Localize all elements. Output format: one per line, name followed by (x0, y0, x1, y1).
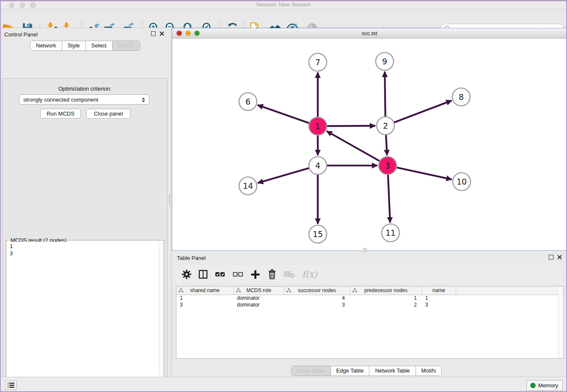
list-icon (8, 382, 14, 388)
node-3[interactable]: 3 (379, 157, 396, 174)
close-panel-icon[interactable] (160, 31, 164, 36)
svg-text:1: 1 (315, 121, 320, 131)
main-titlebar: Session: New Session (0, 0, 567, 9)
mcds-result-text[interactable]: 1 3 (7, 242, 158, 392)
memory-status-icon (530, 383, 536, 388)
show-columns-icon[interactable] (198, 270, 208, 279)
delete-column-icon[interactable] (267, 269, 277, 279)
control-panel: Control Panel NetworkStyleSelectMCDS Opt… (0, 28, 170, 378)
table-panel: Table Panel f(x) shared nameMCDS rolesuc… (172, 252, 567, 378)
mcds-panel: Optimization criterion: strongly connect… (2, 78, 168, 392)
svg-text:9: 9 (382, 57, 387, 66)
column-type-icon (286, 288, 291, 293)
svg-text:3: 3 (385, 161, 390, 170)
delete-table-disabled-icon (284, 270, 295, 279)
add-column-icon[interactable] (250, 270, 260, 279)
node-14[interactable]: 14 (239, 177, 257, 195)
table-row[interactable]: 3dominator323 (176, 301, 563, 308)
horizontal-splitter-handle[interactable] (363, 248, 367, 252)
network-view-window: scc.txt 7968124314101511 (172, 28, 567, 251)
tab-mcds[interactable]: MCDS (113, 41, 140, 50)
node-10[interactable]: 10 (453, 173, 471, 190)
svg-text:4: 4 (315, 161, 320, 170)
tab-style[interactable]: Style (62, 41, 86, 50)
mcds-result-groupbox: MCDS result (2 nodes) 1 3 (6, 240, 164, 392)
column-header-shared-name[interactable]: shared name (176, 287, 234, 295)
svg-text:2: 2 (383, 121, 388, 130)
main-toolbar (0, 9, 567, 28)
svg-text:7: 7 (315, 58, 320, 67)
edge-3-1[interactable] (327, 131, 388, 166)
select-all-icon[interactable] (215, 270, 226, 279)
float-table-panel-icon[interactable] (549, 255, 553, 259)
memory-label: Memory (538, 382, 558, 389)
memory-button[interactable]: Memory (526, 380, 563, 391)
optimization-criterion-label: Optimization criterion: (3, 86, 167, 92)
tab-node-table[interactable]: Node Table (292, 366, 331, 375)
network-window-title: scc.txt (172, 30, 567, 36)
close-panel-button[interactable]: Close panel (86, 109, 130, 119)
result-scrollbar[interactable] (159, 241, 163, 392)
network-window-titlebar[interactable]: scc.txt (172, 28, 567, 39)
svg-text:15: 15 (313, 229, 323, 239)
optimization-criterion-dropdown[interactable]: strongly connected component (19, 94, 149, 105)
node-6[interactable]: 6 (239, 93, 257, 110)
close-table-panel-icon[interactable] (557, 255, 562, 259)
network-canvas[interactable]: 7968124314101511 (172, 39, 567, 250)
edge-1-6[interactable] (258, 105, 318, 126)
node-4[interactable]: 4 (309, 157, 327, 174)
column-header-name[interactable]: name (422, 287, 456, 295)
node-9[interactable]: 9 (376, 52, 394, 70)
dropdown-value: strongly connected component (23, 97, 98, 103)
dropdown-spinner-icon (141, 96, 146, 104)
column-type-icon (236, 288, 241, 293)
node-15[interactable]: 15 (309, 225, 327, 243)
column-header-predecessor-nodes[interactable]: predecessor nodes (350, 287, 422, 295)
column-type-icon (179, 288, 183, 293)
column-header-MCDS-role[interactable]: MCDS role (234, 287, 284, 295)
control-panel-title: Control Panel (4, 31, 38, 38)
tab-select[interactable]: Select (86, 41, 113, 50)
svg-text:11: 11 (385, 228, 396, 237)
tab-network-table[interactable]: Network Table (369, 366, 416, 375)
application-window: Session: New Session (0, 0, 567, 392)
session-title: Session: New Session (0, 1, 567, 8)
edge-3-10[interactable] (388, 166, 452, 179)
table-tabs: Node TableEdge TableNetwork TableMotifs (291, 366, 442, 376)
svg-text:14: 14 (243, 181, 253, 190)
run-mcds-button[interactable]: Run MCDS (40, 109, 81, 119)
network-graph[interactable]: 7968124314101511 (172, 39, 567, 250)
deselect-all-icon[interactable] (233, 270, 243, 279)
svg-text:8: 8 (459, 92, 464, 102)
tab-edge-table[interactable]: Edge Table (331, 366, 370, 375)
node-7[interactable]: 7 (309, 53, 327, 71)
table-panel-title: Table Panel (177, 255, 206, 261)
node-2[interactable]: 2 (377, 117, 394, 135)
settings-gear-icon[interactable] (182, 270, 191, 279)
edge-2-8[interactable] (385, 101, 452, 126)
svg-text:6: 6 (245, 97, 250, 106)
table-row[interactable]: 1dominator411 (176, 295, 563, 301)
task-history-button[interactable] (5, 381, 17, 390)
column-header-successor-nodes[interactable]: successor nodes (284, 287, 350, 295)
column-type-icon (352, 288, 357, 293)
table-scrollbar[interactable] (558, 287, 563, 358)
float-panel-icon[interactable] (151, 31, 156, 36)
svg-text:10: 10 (457, 177, 467, 186)
function-builder-disabled-icon: f(x) (302, 269, 317, 279)
tab-network[interactable]: Network (30, 41, 62, 50)
node-1[interactable]: 1 (309, 117, 327, 135)
tab-motifs[interactable]: Motifs (416, 366, 442, 375)
status-bar: Memory (0, 377, 567, 392)
table-toolbar: f(x) (176, 265, 563, 284)
control-panel-tabs: NetworkStyleSelectMCDS (30, 41, 140, 51)
node-11[interactable]: 11 (382, 224, 399, 242)
node-table: shared nameMCDS rolesuccessor nodesprede… (176, 286, 564, 359)
node-8[interactable]: 8 (452, 88, 470, 106)
